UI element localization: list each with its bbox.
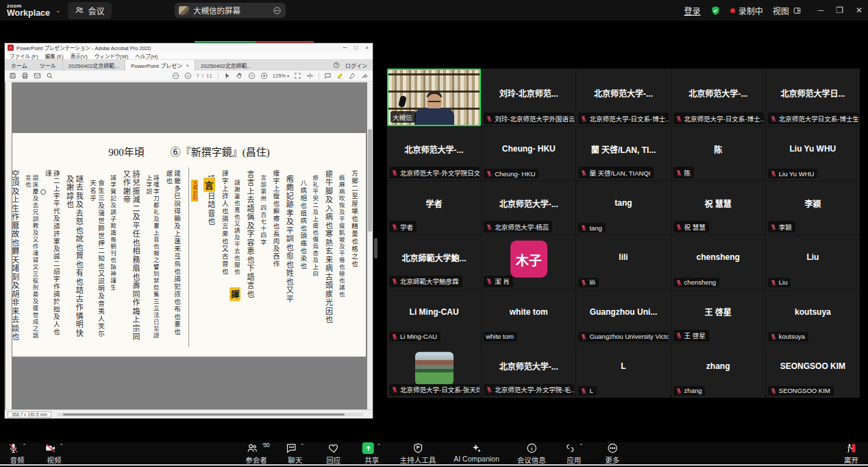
zoom-level-select[interactable]: 125%▾ (273, 73, 289, 79)
toolbar-ai-companion-button[interactable]: AI Companion (454, 442, 499, 463)
participant-tile-25[interactable]: koutsuyakoutsuya (766, 290, 860, 344)
participant-tile-2[interactable]: 刘玲-北京师范...刘玲-北京师范大学外国语言... (482, 69, 575, 126)
acrobat-close-button[interactable]: × (365, 45, 369, 51)
participant-tile-30[interactable]: SEONGSOO KIMSEONGSOO KIM (766, 344, 860, 398)
login-link[interactable]: 登录 (684, 5, 701, 16)
page-down-icon[interactable] (184, 72, 192, 80)
toolbar-apps-button[interactable]: ⌃应用 (564, 442, 584, 465)
shared-screen-tab[interactable]: 大槻信的屏幕 (175, 3, 286, 18)
avatar[interactable]: 木子 (510, 241, 547, 278)
hand-icon[interactable] (236, 72, 243, 80)
toolbar-meeting-info-button[interactable]: 会议信息 (517, 442, 546, 465)
toolbar-more-button[interactable]: 更多 (602, 442, 623, 465)
chevron-up-icon[interactable]: ⌃ (300, 443, 305, 449)
participant-tile-4[interactable]: 北京师范大学-...北京师范大学-日文系-博士... (671, 69, 765, 126)
zoom-out-icon[interactable] (248, 72, 256, 80)
fill-sign-icon[interactable] (349, 72, 356, 80)
cursor-icon[interactable] (223, 72, 231, 80)
save-icon[interactable] (9, 72, 16, 80)
participant-tile-12[interactable]: 北京师范大学-...北京师范大学-杨蕊 (482, 181, 575, 235)
ellipsis-circle-icon[interactable] (273, 6, 282, 15)
acrobat-menu-item-1[interactable]: 編集 (E) (45, 52, 64, 60)
participant-tile-8[interactable]: 蘭 天啓/LAN, TI...蘭 天啓/LAN, TIANQI (576, 127, 670, 180)
acrobat-menu-item-2[interactable]: 表示(V) (71, 52, 88, 60)
chevron-up-icon[interactable]: ⌃ (579, 443, 584, 449)
participant-tile-24[interactable]: 王 啓星王 啓星 (671, 290, 765, 344)
printer-icon[interactable] (21, 72, 29, 80)
participant-tile-6[interactable]: 北京师范大学-...北京师范大学-外文学院日文... (387, 127, 481, 180)
participant-tile-13[interactable]: tangtang (576, 181, 670, 235)
acrobat-minimize-button[interactable]: ─ (343, 45, 347, 51)
leave-button[interactable]: 离开 (844, 442, 858, 465)
participant-tile-11[interactable]: 学者学者 (387, 181, 481, 235)
acrobat-menu-item-0[interactable]: ファイル (F) (10, 52, 38, 60)
search-icon[interactable] (46, 72, 53, 80)
toolbar-reactions-button[interactable]: 回应 (323, 442, 344, 465)
document-tab-0[interactable]: 20250402北京師範... (62, 60, 125, 71)
zoom-in-icon[interactable] (260, 72, 268, 80)
participant-tile-17[interactable]: 木子潔 肖 (482, 235, 575, 289)
participant-tile-10[interactable]: Liu Yu WHULiu Yu WHU (766, 127, 860, 180)
toolbar-audio-button[interactable]: ⌃音频 (7, 442, 27, 465)
share-doc-icon[interactable] (361, 72, 369, 80)
maximize-button[interactable]: ❐ (836, 5, 843, 15)
participant-tile-29[interactable]: zhangzhang (671, 344, 765, 398)
view-button[interactable]: 视图 (773, 5, 802, 16)
toolbar-chat-button[interactable]: ⌃聊天 (285, 442, 306, 465)
participant-tile-5[interactable]: 北京师范大学日...北京师范大学日文系-博士生... (766, 69, 860, 126)
acrobat-menu-item-4[interactable]: ヘルプ(H) (135, 52, 158, 60)
chevron-up-icon[interactable]: ⌃ (377, 443, 382, 449)
participant-name-label: 刘玲-北京师范大学外国语言... (484, 112, 574, 124)
participant-tile-20[interactable]: LiuLiu (766, 235, 860, 289)
acrobat-login-link[interactable]: ログイン (345, 62, 367, 69)
page-up-icon[interactable] (172, 72, 179, 80)
minimize-button[interactable]: ─ (818, 5, 824, 15)
toolbar-share-button[interactable]: ⌃共享 (362, 442, 382, 465)
highlighter-icon[interactable] (336, 72, 344, 80)
participant-tile-22[interactable]: white tomwhite tom (482, 290, 575, 344)
close-button[interactable]: ✕ (856, 5, 863, 15)
mail-icon[interactable] (34, 72, 41, 80)
participant-name-label: 北京师范大学-杨蕊 (484, 221, 552, 232)
help-icon[interactable] (333, 62, 340, 69)
chevron-up-icon[interactable]: ⌃ (22, 443, 27, 449)
participant-tile-1[interactable]: 大槻信 (387, 69, 481, 126)
recording-indicator[interactable]: 录制中 (730, 5, 763, 16)
participant-tile-26[interactable]: 北京师范大学-日文系-张天烁 (387, 344, 481, 398)
participant-tile-7[interactable]: Cheung- HKUCheung- HKU (482, 127, 575, 180)
chevron-up-icon[interactable]: ⌃ (59, 443, 64, 449)
participant-tile-3[interactable]: 北京师范大学-...北京师范大学-日文系-博士... (576, 69, 670, 126)
acrobat-menu-item-3[interactable]: ウィンドウ(W) (95, 52, 129, 60)
participant-tile-9[interactable]: 陈陈 (671, 127, 765, 180)
comment-icon[interactable] (324, 72, 332, 80)
participant-tile-16[interactable]: 北京師範大学鮑...北京師範大学鮑彦霖 (387, 235, 481, 289)
page-counter[interactable]: 7 / 11 (197, 73, 213, 79)
tab-meeting[interactable]: 会议 (68, 2, 112, 19)
manuscript-column: 諢字上詐人也諧言楽也又古音也 (220, 170, 228, 343)
participant-tile-19[interactable]: chenshengchensheng (671, 235, 765, 289)
acrobat-maximize-button[interactable]: □ (354, 45, 358, 51)
fit-page-icon[interactable] (294, 72, 301, 80)
participant-tile-23[interactable]: Guangzhou Uni...Guangzhou University Vic… (576, 290, 670, 344)
document-tab-1[interactable]: PowerPoint プレゼンテ...× (125, 60, 195, 71)
participant-tile-21[interactable]: Li Ming-CAULi Ming-CAU (387, 290, 481, 344)
shield-check-icon[interactable] (710, 5, 721, 16)
toolbar-participants-button[interactable]: ⌃30参会者 (245, 442, 267, 465)
pdf-document-area[interactable]: 900年頃 ⑥『新撰字鏡』(昌住) 建畿多巳說得顯及上蓮来弖烏也謁犯詼也布也憙也… (5, 82, 373, 409)
participant-tile-18[interactable]: lililili (576, 235, 670, 289)
horizontal-scrollbar[interactable] (57, 413, 363, 416)
tab-tools[interactable]: ツール (34, 60, 62, 71)
vertical-scrollbar[interactable] (367, 82, 373, 409)
participant-tile-28[interactable]: LL (576, 344, 670, 398)
participant-tile-15[interactable]: 李颖李颖 (766, 181, 860, 235)
close-tab-icon[interactable]: × (186, 62, 189, 69)
fit-width-icon[interactable] (306, 72, 314, 80)
toolbar-video-button[interactable]: ⌃视频 (44, 442, 64, 465)
participant-tile-14[interactable]: 祝 慧慧祝 慧慧 (671, 181, 765, 235)
chevron-down-icon[interactable]: ⌄ (55, 7, 61, 14)
toolbar-host-tools-button[interactable]: 主持人工具 (400, 442, 436, 465)
tab-home[interactable]: ホーム (5, 60, 34, 71)
participant-tile-27[interactable]: 北京师范大学-...北京师范大学-外文学院-毛... (482, 344, 575, 398)
panel-splitter-handle[interactable] (374, 238, 377, 259)
document-tab-2[interactable]: 20250402北京師範... (195, 60, 257, 71)
